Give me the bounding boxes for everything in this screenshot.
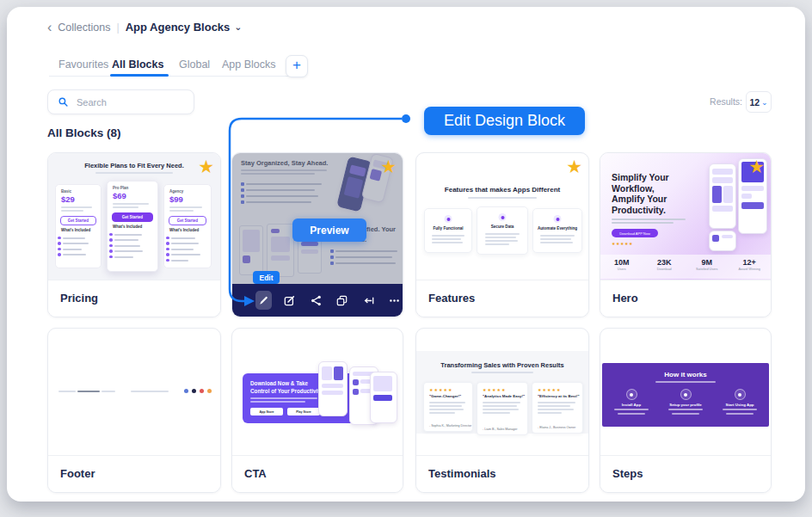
feature-item: Fully Functional: [424, 208, 472, 253]
testimonial-item: ★★★★★ "Efficiency at its Best!" - Elaina…: [532, 382, 583, 434]
hero-title-line: Productivity.: [612, 205, 669, 216]
tabs-divider: [49, 76, 304, 77]
block-card-organized-hovered[interactable]: Stay Organized, Stay Ahead.: [231, 152, 403, 317]
search-icon: [58, 97, 68, 107]
card-label: Hero: [612, 292, 638, 305]
cta-title-line: Control of Your Productivity!: [250, 388, 324, 396]
tab-all-blocks[interactable]: All Blocks: [112, 58, 163, 71]
hero-preview: Simplify Your Workflow, Amplify Your Pro…: [600, 153, 771, 280]
pricing-plan-pro: Pro Plan $69 Get Started What's Included: [107, 181, 158, 272]
card-label: Pricing: [60, 292, 98, 305]
favorite-star-icon[interactable]: ★: [380, 157, 397, 177]
duplicate-button[interactable]: [335, 291, 351, 310]
page-title[interactable]: App Agency Blocks: [126, 21, 231, 34]
card-label: Features: [428, 292, 475, 305]
cta-title-line: Download Now & Take: [250, 380, 324, 388]
search-input[interactable]: [75, 96, 173, 108]
phone-mockup: [318, 361, 348, 416]
hero-cta-button: Download APP Now: [612, 229, 658, 237]
step-item: Install App: [607, 389, 655, 410]
feature-item: Automate Everything: [532, 208, 582, 253]
results-label: Results:: [701, 96, 742, 107]
block-card-footer[interactable]: Footer: [47, 328, 221, 493]
pricing-preview-title: Flexible Plans to Fit Every Need.: [48, 162, 220, 169]
step-icon: [680, 389, 692, 400]
title-chevron-down-icon[interactable]: ⌄: [234, 22, 242, 33]
step-icon: [626, 389, 637, 400]
testimonial-item: ★★★★★ "Analytics Made Easy!" - Liam B., …: [477, 382, 528, 435]
add-tab-button[interactable]: +: [286, 55, 308, 77]
hero-rating-stars: ★★★★★: [612, 241, 633, 246]
feature-dot-icon: [499, 213, 507, 221]
block-card-pricing[interactable]: Flexible Plans to Fit Every Need. Basic …: [47, 152, 221, 317]
edit-pencil-button[interactable]: [255, 291, 272, 310]
copy-icon: [336, 295, 348, 306]
footer-social-icons: [184, 389, 212, 393]
search-box[interactable]: [47, 89, 194, 114]
edit-design-block-callout: Edit Design Block: [424, 107, 585, 135]
favorite-star-icon[interactable]: ★: [566, 157, 582, 177]
back-chevron-icon[interactable]: ‹: [47, 23, 52, 32]
feature-item: Secure Data: [477, 206, 528, 255]
tab-global[interactable]: Global: [179, 58, 210, 71]
cta-banner: Download Now & Take Control of Your Prod…: [243, 373, 392, 423]
block-card-testimonials[interactable]: Transforming Sales with Proven Results ★…: [415, 328, 589, 493]
testimonials-preview: Transforming Sales with Proven Results ★…: [416, 351, 588, 434]
edit-tooltip: Edit: [253, 271, 280, 284]
preview-button[interactable]: Preview: [292, 218, 366, 242]
step-icon: [735, 389, 746, 400]
edit-square-icon: [284, 295, 295, 306]
share-icon: [311, 295, 322, 306]
pricing-preview: Flexible Plans to Fit Every Need. Basic …: [48, 153, 220, 280]
arrow-to-line-icon: [363, 295, 374, 306]
insert-before-button[interactable]: [360, 291, 377, 310]
breadcrumb-separator: |: [116, 22, 119, 34]
card-label: CTA: [244, 467, 267, 480]
hero-title-line: Amplify Your: [612, 194, 669, 205]
testimonial-item: ★★★★★ "Game-Changer!" - Sophia K., Marke…: [423, 382, 473, 432]
phone-mockup: [709, 163, 736, 229]
steps-title: How it works: [602, 371, 769, 379]
testimonials-title: Transforming Sales with Proven Results: [416, 361, 588, 369]
feature-dot-icon: [445, 215, 452, 223]
results-value: 12: [749, 97, 760, 108]
results-count-dropdown[interactable]: 12 ⌄: [746, 91, 772, 113]
tab-favourites[interactable]: Favourites: [58, 58, 108, 71]
steps-banner: How it works Install App Setup your prof…: [602, 363, 769, 427]
block-card-cta[interactable]: Download Now & Take Control of Your Prod…: [231, 328, 403, 493]
share-button[interactable]: [308, 291, 324, 310]
active-tab-indicator: [110, 74, 169, 77]
results-chevron-down-icon: ⌄: [761, 98, 768, 107]
feature-dot-icon: [554, 215, 562, 223]
favorite-star-icon[interactable]: ★: [748, 157, 765, 177]
more-options-button[interactable]: [387, 291, 403, 310]
step-item: Start Using App: [716, 389, 764, 410]
pricing-plan-agency: Agency $99 Get Started What's Included: [163, 184, 212, 268]
tab-app-blocks[interactable]: App Blocks: [222, 58, 276, 71]
breadcrumb-collections[interactable]: Collections: [58, 22, 110, 34]
phone-mockup: [370, 372, 397, 423]
hero-stats: 10MUsers 23KDownload 9MSatisfied Users 1…: [600, 255, 771, 279]
play-store-button: Play Store: [287, 408, 320, 415]
card-label: Steps: [612, 467, 643, 480]
card-label: Footer: [60, 467, 95, 480]
step-item: Setup your profile: [661, 389, 710, 410]
block-card-steps[interactable]: How it works Install App Setup your prof…: [600, 328, 772, 493]
section-heading: All Blocks (8): [47, 126, 121, 139]
features-preview-title: Features that makes Apps Different: [416, 186, 588, 194]
block-card-hero[interactable]: Simplify Your Workflow, Amplify Your Pro…: [600, 152, 772, 317]
hero-title-line: Simplify Your: [612, 172, 669, 183]
phone-mockup: [709, 231, 736, 251]
block-card-features[interactable]: Features that makes Apps Different Fully…: [415, 152, 589, 317]
pencil-icon: [258, 295, 269, 306]
pricing-plan-basic: Basic $29 Get Started What's Included: [55, 184, 102, 268]
breadcrumb: ‹ Collections | App Agency Blocks ⌄: [47, 21, 243, 34]
card-label: Testimonials: [428, 467, 496, 480]
ellipsis-icon: [389, 295, 400, 306]
favorite-star-icon[interactable]: ★: [198, 157, 214, 177]
hero-title-line: Workflow,: [612, 183, 669, 194]
app-window: ‹ Collections | App Agency Blocks ⌄ Favo…: [0, 0, 812, 517]
edit-note-button[interactable]: [282, 291, 298, 310]
app-store-button: App Store: [250, 408, 283, 415]
block-toolbar: [232, 284, 403, 317]
